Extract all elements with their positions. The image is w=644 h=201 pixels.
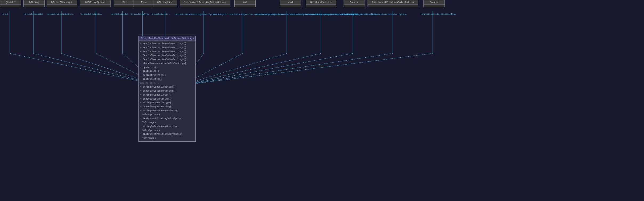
instpointing-box: InstrumentPointingSolveOption [180, 0, 230, 7]
qset-conn-label: +m_observationNumbers [47, 13, 74, 15]
svg-line-1 [10, 53, 160, 85]
instposition-box: InstrumentPositionSolveOption [368, 0, 418, 7]
method-4: + BundleObservationSolveSettings() [140, 58, 194, 62]
quuid-title: QUuid * [0, 0, 21, 5]
main-class-box: Isis::BundleObservationSolve Settings + … [138, 36, 196, 142]
qlistdouble-body [306, 5, 336, 7]
qstringlist-body [153, 5, 177, 7]
source2-body [424, 5, 445, 7]
method-19: + instrumentPositionSolveOption [140, 132, 194, 136]
method-18b: SolveOption() [140, 129, 194, 133]
csm-title: CSMSolveOption [80, 0, 110, 5]
qstringlist-box: QStringList [153, 0, 177, 7]
method-16: + stringToInstrumentPointing [140, 109, 194, 113]
svg-line-21 [181, 53, 353, 85]
quuid-body [0, 5, 21, 7]
int-title: int [235, 0, 255, 5]
csm-body [80, 5, 110, 7]
type-title: Type [133, 0, 154, 5]
instposition-title: InstrumentPositionSolveOption [368, 0, 418, 5]
type-conn-label: +m_csmSolveType [130, 13, 149, 15]
source1-box: Source [344, 0, 365, 7]
set-conn-label: +m_csmSolveSet [111, 13, 128, 15]
method-12: + stringToCSMSolveSet() [140, 93, 194, 97]
qlistdouble-box: QList< double > [306, 0, 336, 7]
set-box: Set [114, 0, 135, 7]
int-box: int [234, 0, 256, 7]
connection-lines [0, 0, 644, 201]
csm-box: CSMSolveOption [80, 0, 111, 7]
quuid-conn-label: +m_id [1, 13, 8, 15]
qstring-box: QString [23, 0, 45, 7]
bool-body [280, 5, 301, 7]
set-title: Set [114, 0, 135, 5]
method-10: + stringToCSMSolveOption() [140, 85, 194, 89]
method-8: + setInstrumentId() [140, 73, 194, 77]
method-14: + stringToCSMSolveType() [140, 101, 194, 105]
method-17: + instrumentPointingSolveOption [140, 117, 194, 121]
qstring-title: QString [24, 0, 44, 5]
method-18: + stringToInstrumentPosition [140, 125, 194, 129]
method-11: + csmSolveOptionToString() [140, 89, 194, 93]
method-7: + initialize() [140, 69, 194, 73]
instpointing-title: InstrumentPointingSolveOption [180, 0, 230, 5]
bool-box: bool [280, 0, 301, 7]
svg-line-23 [181, 53, 393, 85]
quuid-box: QUuid * [0, 0, 21, 7]
method-more: and 29 more... [140, 81, 194, 85]
instpointing-conn-label: +m_instrumentPointingSolve Option [174, 13, 217, 16]
svg-line-17 [181, 53, 287, 85]
method-13: + csmSolveSetToString() [140, 97, 194, 101]
svg-line-19 [181, 53, 321, 85]
source1-title: Source [344, 0, 365, 5]
main-title-line1: Isis::BundleObservationSolve Settings [140, 37, 194, 40]
bool-title: bool [280, 0, 301, 5]
method-19b: ToString() [140, 136, 194, 140]
instposition-conn-label: +m_instrumentPositionSolve Option [364, 13, 406, 16]
qset-body [47, 5, 77, 7]
qstring-conn-label: +m_instrumentId [23, 13, 43, 15]
source2-conn-label: +m_positionInterpolationType [420, 13, 456, 15]
method-3: + BundleObservationSolveSettings() [140, 54, 194, 58]
main-class-body: + BundleObservationSolveSettings() + Bun… [139, 41, 195, 141]
method-1: + BundleObservationSolveSettings() [140, 46, 194, 50]
source2-title: Source [424, 0, 445, 5]
source2-box: Source [423, 0, 445, 7]
csm-conn-label: +m_csmSolveOption [80, 13, 102, 15]
method-6: + operator=() [140, 66, 194, 70]
method-17b: ToString() [140, 121, 194, 125]
method-9: + instrumentId() [140, 77, 194, 81]
qset-title: QSet< QString > [47, 0, 77, 5]
method-5: + ~BundleObservationSolveSettings() [140, 62, 194, 66]
qstringlist-conn-label: +m_csmSolveList [150, 13, 170, 15]
qset-box: QSet< QString > [47, 0, 77, 7]
method-0: + BundleObservationSolveSettings() [140, 42, 194, 46]
qlistdouble-title: QList< double > [306, 0, 336, 5]
type-body [133, 5, 154, 7]
instpointing-body [180, 5, 230, 7]
qstring-body [24, 5, 44, 7]
type-box: Type [133, 0, 154, 7]
source1-body [344, 5, 365, 7]
set-body [114, 5, 135, 7]
qstringlist-title: QStringList [153, 0, 177, 5]
method-15: + csmSolveTypeToString() [140, 105, 194, 109]
method-16b: SolveOption() [140, 113, 194, 117]
main-class-title: Isis::BundleObservationSolve Settings [139, 36, 195, 41]
instposition-body [368, 5, 418, 7]
svg-line-25 [181, 53, 433, 85]
method-2: + BundleObservationSolveSettings() [140, 50, 194, 54]
int-body [235, 5, 255, 7]
diagram-container: QUuid * +m_id QString +m_instrumentId QS… [0, 0, 644, 201]
